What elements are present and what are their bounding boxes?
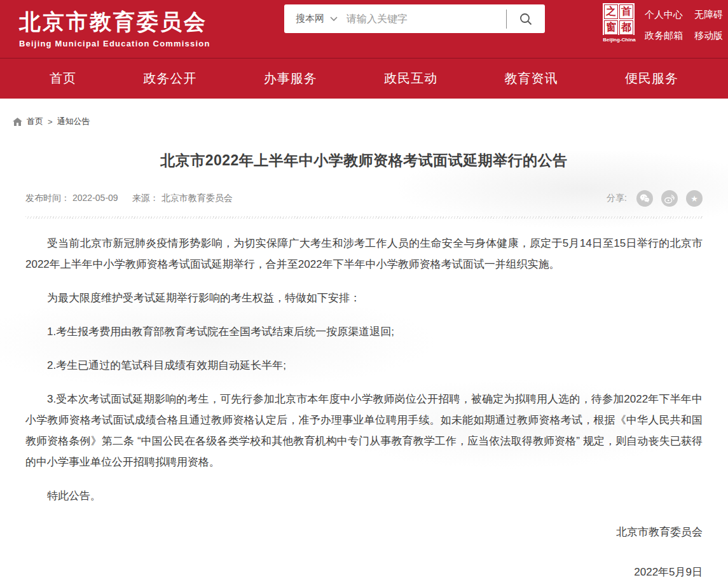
publish-time-value: 2022-05-09 <box>72 193 118 203</box>
link-gov-mailbox[interactable]: 政务邮箱 <box>645 30 683 43</box>
search-icon <box>519 12 533 26</box>
paragraph: 受当前北京市新冠肺炎疫情形势影响，为切实保障广大考生和涉考工作人员的生命安全与身… <box>25 233 703 275</box>
nav-item-gov-affairs[interactable]: 政务公开 <box>143 70 196 87</box>
signature: 北京市教育委员会 <box>25 521 703 542</box>
article: 北京市2022年上半年中小学教师资格考试面试延期举行的公告 发布时间：2022-… <box>0 151 728 580</box>
header-corner: 之 首 窗 都 Beijing-China 个人中心 无障碍 政务邮箱 移动版 <box>603 3 723 43</box>
article-title: 北京市2022年上半年中小学教师资格考试面试延期举行的公告 <box>25 151 703 170</box>
paragraph: 为最大限度维护受考试延期举行影响的考生权益，特做如下安排： <box>25 287 703 308</box>
site-logo[interactable]: 北京市教育委员会 Beijing Municipal Education Com… <box>19 8 210 48</box>
paragraph: 2.考生已通过的笔试科目成绩有效期自动延长半年; <box>25 355 703 376</box>
nav-item-home[interactable]: 首页 <box>50 70 76 87</box>
source-label: 来源： <box>132 193 159 203</box>
source-value: 北京市教育委员会 <box>161 193 233 203</box>
capital-window-seal: 之 首 窗 都 <box>603 3 635 35</box>
nav-item-education-news[interactable]: 教育资讯 <box>505 70 558 87</box>
closing-statement: 特此公告。 <box>25 485 703 506</box>
article-meta-left: 发布时间：2022-05-09来源：北京市教育委员会 <box>25 193 235 204</box>
breadcrumb-home[interactable]: 首页 <box>27 116 43 127</box>
article-meta: 发布时间：2022-05-09来源：北京市教育委员会 分享: <box>25 190 703 207</box>
nav-item-interaction[interactable]: 政民互动 <box>384 70 437 87</box>
main-nav: 首页 政务公开 办事服务 政民互动 教育资讯 便民服务 <box>0 58 728 99</box>
chevron-down-icon <box>330 17 338 22</box>
paragraph: 1.考生报考费用由教育部教育考试院在全国考试结束后统一按原渠道退回; <box>25 321 703 342</box>
weibo-share-icon[interactable] <box>661 190 678 207</box>
search-scope-dropdown[interactable]: 搜本网 <box>284 13 347 25</box>
seal-char: 都 <box>619 20 633 35</box>
site-header: 北京市教育委员会 Beijing Municipal Education Com… <box>0 0 728 58</box>
site-title: 北京市教育委员会 <box>19 8 210 37</box>
search-scope-label: 搜本网 <box>296 13 324 25</box>
breadcrumb-separator: > <box>48 117 53 127</box>
quick-links: 个人中心 无障碍 政务邮箱 移动版 <box>645 9 723 43</box>
publish-time-label: 发布时间： <box>25 193 70 203</box>
nav-item-convenience[interactable]: 便民服务 <box>625 70 678 87</box>
seal-char: 之 <box>604 4 618 19</box>
seal-char: 首 <box>619 4 633 19</box>
search-button[interactable] <box>507 4 545 33</box>
seal-char: 窗 <box>604 20 618 35</box>
share-label: 分享: <box>607 193 627 204</box>
breadcrumb: 首页 > 通知公告 <box>0 99 728 127</box>
signature-date: 2022年5月9日 <box>25 562 703 580</box>
seal-caption: Beijing-China <box>603 37 636 43</box>
page: 北京市教育委员会 Beijing Municipal Education Com… <box>0 0 728 580</box>
site-subtitle: Beijing Municipal Education Commission <box>19 39 210 48</box>
section-divider <box>25 216 703 219</box>
nav-item-services[interactable]: 办事服务 <box>264 70 317 87</box>
link-personal-center[interactable]: 个人中心 <box>645 9 683 22</box>
qzone-share-icon[interactable]: ★ <box>686 190 703 207</box>
search-input[interactable] <box>347 13 506 25</box>
search-bar: 搜本网 <box>284 4 545 33</box>
link-accessibility[interactable]: 无障碍 <box>694 9 723 22</box>
paragraph: 3.受本次考试面试延期影响的考生，可先行参加北京市本年度中小学教师岗位公开招聘，… <box>25 389 703 473</box>
link-mobile-version[interactable]: 移动版 <box>694 30 723 43</box>
home-icon <box>13 118 22 126</box>
breadcrumb-current: 通知公告 <box>57 116 90 127</box>
capital-window-logo[interactable]: 之 首 窗 都 Beijing-China <box>603 3 636 43</box>
article-body: 受当前北京市新冠肺炎疫情形势影响，为切实保障广大考生和涉考工作人员的生命安全与身… <box>25 233 703 580</box>
share-bar: 分享: <box>607 190 703 207</box>
wechat-share-icon[interactable] <box>636 190 653 207</box>
